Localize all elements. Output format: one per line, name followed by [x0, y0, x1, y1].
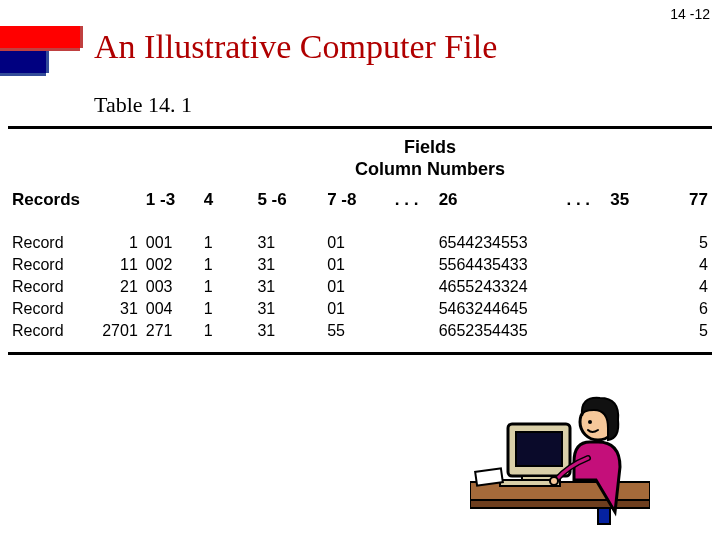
cell: 001 [142, 232, 200, 254]
col-dots1: . . . [391, 184, 435, 218]
row-recno: 31 [86, 298, 142, 320]
cell: 6652354435 [435, 320, 563, 342]
cell: 31 [253, 298, 323, 320]
row-label: Record [8, 298, 86, 320]
cell: 002 [142, 254, 200, 276]
cell: 31 [253, 254, 323, 276]
table-area: Fields Column Numbers Records 1 -3 4 5 -… [8, 126, 712, 355]
col-5-6: 5 -6 [253, 184, 323, 218]
svg-point-6 [550, 477, 558, 485]
fields-heading: Fields Column Numbers [8, 129, 712, 184]
svg-rect-3 [516, 432, 562, 466]
cell: 1 [200, 276, 254, 298]
rule-bottom [8, 352, 712, 355]
row-label: Record [8, 320, 86, 342]
row-recno: 2701 [86, 320, 142, 342]
row-recno: 1 [86, 232, 142, 254]
svg-rect-9 [598, 508, 610, 524]
cell: 31 [253, 276, 323, 298]
header-row: Records 1 -3 4 5 -6 7 -8 . . . 26 . . . … [8, 184, 712, 218]
col-77: 77 [664, 184, 712, 218]
col-dots2: . . . [562, 184, 606, 218]
cell: 003 [142, 276, 200, 298]
fields-heading-line2: Column Numbers [355, 159, 505, 179]
cell: 01 [323, 276, 391, 298]
col-35: 35 [606, 184, 664, 218]
svg-rect-1 [470, 500, 650, 508]
cell: 55 [323, 320, 391, 342]
table-row: Record 2701 271 1 31 55 6652354435 5 [8, 320, 712, 342]
cell: 31 [253, 232, 323, 254]
cell: 5 [664, 232, 712, 254]
records-heading: Records [8, 184, 142, 218]
table-row: Record 31 004 1 31 01 5463244645 6 [8, 298, 712, 320]
cell: 5 [664, 320, 712, 342]
table-row: Record 11 002 1 31 01 5564435433 4 [8, 254, 712, 276]
col-26: 26 [435, 184, 563, 218]
cell: 31 [253, 320, 323, 342]
row-label: Record [8, 254, 86, 276]
row-recno: 11 [86, 254, 142, 276]
cell: 271 [142, 320, 200, 342]
cell: 01 [323, 232, 391, 254]
cell: 4 [664, 276, 712, 298]
cell: 1 [200, 320, 254, 342]
svg-rect-10 [475, 468, 503, 485]
computer-user-clipart-icon [470, 362, 650, 527]
cell: 6544234553 [435, 232, 563, 254]
page-title: An Illustrative Computer File [94, 28, 497, 66]
row-label: Record [8, 276, 86, 298]
row-recno: 21 [86, 276, 142, 298]
col-4: 4 [200, 184, 254, 218]
table-row: Record 1 001 1 31 01 6544234553 5 [8, 232, 712, 254]
page-number: 14 -12 [670, 6, 710, 22]
table-row: Record 21 003 1 31 01 4655243324 4 [8, 276, 712, 298]
cell: 6 [664, 298, 712, 320]
cell: 1 [200, 254, 254, 276]
col-7-8: 7 -8 [323, 184, 391, 218]
cell: 4655243324 [435, 276, 563, 298]
cell: 5564435433 [435, 254, 563, 276]
corner-decoration [0, 26, 90, 80]
table-caption: Table 14. 1 [94, 92, 192, 118]
data-table: Records 1 -3 4 5 -6 7 -8 . . . 26 . . . … [8, 184, 712, 342]
cell: 1 [200, 298, 254, 320]
cell: 5463244645 [435, 298, 563, 320]
cell: 4 [664, 254, 712, 276]
cell: 01 [323, 298, 391, 320]
row-label: Record [8, 232, 86, 254]
svg-point-8 [588, 420, 592, 424]
fields-heading-line1: Fields [404, 137, 456, 157]
col-1-3: 1 -3 [142, 184, 200, 218]
cell: 1 [200, 232, 254, 254]
cell: 004 [142, 298, 200, 320]
cell: 01 [323, 254, 391, 276]
